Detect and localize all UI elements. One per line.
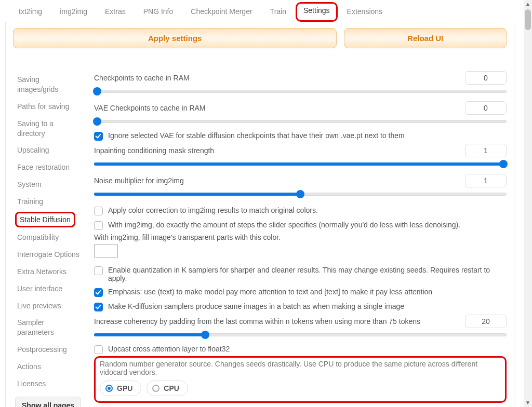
sidebar-item-compatibility[interactable]: Compatibility (15, 229, 82, 246)
inpaint-mask-slider[interactable] (94, 160, 507, 167)
vae-cache-slider[interactable] (94, 118, 507, 124)
upcast-label: Upcast cross attention layer to float32 (108, 345, 230, 353)
sidebar-item-actions[interactable]: Actions (15, 358, 82, 375)
upcast-checkbox[interactable] (94, 345, 103, 354)
sidebar-item-sampler-params[interactable]: Sampler parameters (15, 314, 82, 341)
sidebar-item-training[interactable]: Training (15, 193, 82, 210)
scrollbar[interactable]: ▲ ▼ (524, 0, 532, 407)
sidebar-item-stable-diffusion[interactable]: Stable Diffusion (15, 212, 75, 227)
scroll-down-icon[interactable]: ▼ (524, 399, 532, 407)
sidebar-item-saving-dir[interactable]: Saving to a directory (15, 115, 82, 142)
inpaint-mask-value[interactable] (465, 144, 507, 157)
tab-txt2img[interactable]: txt2img (10, 2, 50, 22)
radio-dot-icon (105, 385, 113, 392)
rng-gpu-radio[interactable]: GPU (100, 381, 141, 396)
ignore-vae-checkbox[interactable] (94, 132, 103, 141)
sidebar-item-face-restoration[interactable]: Face restoration (15, 159, 82, 176)
quantization-label: Enable quantization in K samplers for sh… (108, 266, 507, 282)
sidebar-item-paths[interactable]: Paths for saving (15, 98, 82, 115)
sidebar-item-extra-networks[interactable]: Extra Networks (15, 263, 82, 280)
quantization-checkbox[interactable] (94, 266, 103, 275)
ckpt-cache-label: Checkpoints to cache in RAM (94, 74, 190, 82)
ckpt-cache-slider[interactable] (94, 88, 507, 94)
noise-mult-slider[interactable] (94, 191, 507, 197)
apply-settings-button[interactable]: Apply settings (13, 28, 337, 48)
coherency-slider[interactable] (94, 331, 507, 337)
vae-cache-label: VAE Checkpoints to cache in RAM (94, 104, 206, 112)
sidebar-item-licenses[interactable]: Licenses (15, 375, 82, 392)
tab-train[interactable]: Train (262, 2, 295, 22)
scroll-thumb[interactable] (525, 9, 531, 30)
sidebar-item-postprocessing[interactable]: Postprocessing (15, 341, 82, 358)
rng-cpu-radio[interactable]: CPU (147, 381, 188, 396)
show-all-pages-button[interactable]: Show all pages (15, 397, 81, 407)
sidebar-item-user-interface[interactable]: User interface (15, 280, 82, 297)
batch-same-checkbox[interactable] (94, 303, 103, 311)
tab-pnginfo[interactable]: PNG Info (135, 2, 182, 22)
tab-settings[interactable]: Settings (296, 2, 338, 22)
rng-gpu-label: GPU (117, 384, 132, 392)
color-correction-checkbox[interactable] (94, 207, 103, 215)
ckpt-cache-value[interactable] (465, 71, 507, 85)
sidebar-item-saving-images[interactable]: Saving images/grids (15, 71, 82, 98)
radio-dot-icon (152, 385, 159, 392)
reload-ui-button[interactable]: Reload UI (344, 28, 507, 48)
rng-description: Random number generator source. Changes … (100, 360, 501, 376)
top-tabs: txt2img img2img Extras PNG Info Checkpoi… (0, 0, 532, 22)
noise-mult-label: Noise multiplier for img2img (94, 177, 184, 185)
coherency-label: Increase coherency by padding from the l… (94, 317, 420, 325)
inpaint-mask-label: Inpainting conditioning mask strength (94, 146, 214, 155)
fill-transparent-label: With img2img, fill image's transparent p… (94, 233, 507, 241)
sidebar-item-live-previews[interactable]: Live previews (15, 297, 82, 315)
sidebar-item-interrogate[interactable]: Interrogate Options (15, 246, 82, 263)
sidebar-item-system[interactable]: System (15, 176, 82, 193)
settings-sidebar: Saving images/grids Paths for saving Sav… (15, 71, 82, 407)
tab-checkpoint-merger[interactable]: Checkpoint Merger (182, 2, 260, 22)
rng-cpu-label: CPU (164, 384, 179, 392)
vae-cache-value[interactable] (465, 101, 507, 115)
ignore-vae-label: Ignore selected VAE for stable diffusion… (108, 131, 405, 140)
sidebar-item-upscaling[interactable]: Upscaling (15, 142, 82, 159)
tab-extras[interactable]: Extras (97, 2, 134, 22)
tab-img2img[interactable]: img2img (51, 2, 96, 22)
coherency-value[interactable] (465, 315, 507, 328)
scroll-up-icon[interactable]: ▲ (524, 0, 532, 8)
batch-same-label: Make K-diffusion samplers produce same i… (108, 302, 404, 310)
tab-extensions[interactable]: Extensions (339, 2, 391, 22)
color-correction-label: Apply color correction to img2img result… (108, 206, 318, 214)
emphasis-checkbox[interactable] (94, 288, 103, 297)
emphasis-label: Emphasis: use (text) to make model pay m… (108, 288, 432, 296)
noise-mult-value[interactable] (465, 174, 507, 187)
exact-steps-checkbox[interactable] (94, 221, 103, 230)
rng-source-section: Random number generator source. Changes … (94, 356, 507, 403)
fill-color-input[interactable] (94, 245, 118, 257)
exact-steps-label: With img2img, do exactly the amount of s… (108, 221, 460, 229)
settings-main: Checkpoints to cache in RAM VAE Checkpoi… (82, 71, 507, 407)
